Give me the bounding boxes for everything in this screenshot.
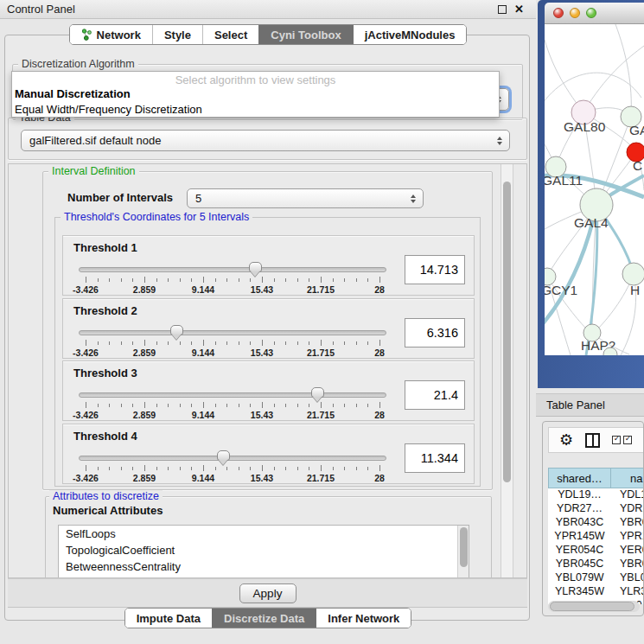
network-edge <box>615 24 631 117</box>
network-node-label: GAL80 <box>564 119 606 134</box>
slider-tick <box>297 467 298 470</box>
slider-tick <box>333 341 334 345</box>
table-horizontal-scrollbar[interactable] <box>548 601 640 612</box>
column-header-name[interactable]: na <box>611 468 644 488</box>
slider-tick <box>215 341 216 345</box>
slider-tick <box>144 277 145 283</box>
slider-tick <box>203 340 204 346</box>
algorithm-option-manual-discretization[interactable]: Manual Discretization <box>12 86 499 102</box>
attributes-group-title: Attributes to discretize <box>49 490 163 502</box>
threshold-slider[interactable]: -3.4262.8599.14415.4321.71528 <box>79 325 386 358</box>
number-of-intervals-label: Number of Intervals <box>67 191 173 204</box>
table-row[interactable]: YBL079WYBL0 <box>548 571 644 585</box>
tab-infer-network[interactable]: Infer Network <box>316 609 411 628</box>
close-panel-icon[interactable]: ✕ <box>514 5 524 14</box>
slider-tick-label: 21.715 <box>307 348 335 358</box>
tab-jactivemnodules[interactable]: jActiveMNodules <box>353 25 467 44</box>
slider-tick <box>121 278 122 282</box>
threshold-value-field[interactable] <box>405 443 465 473</box>
table-horizontal-scrollbar-thumb[interactable] <box>550 602 634 611</box>
thresholds-group-title: Threshold's Coordinates for 5 Intervals <box>61 211 252 223</box>
minimize-traffic-light-icon[interactable] <box>570 8 580 18</box>
slider-tick <box>98 278 99 282</box>
checkbox-icon[interactable] <box>623 436 632 444</box>
threshold-slider[interactable]: -3.4262.8599.14415.4321.71528 <box>79 262 386 295</box>
checkbox-icon[interactable] <box>612 436 621 444</box>
slider-thumb[interactable] <box>217 450 230 461</box>
attributes-list-scrollbar[interactable] <box>457 526 469 578</box>
tab-discretize-data[interactable]: Discretize Data <box>212 609 316 628</box>
control-panel-body: Discretization Algorithm Table Data galF… <box>4 35 530 621</box>
toolbox-tabbar: NetworkStyleSelectCyni ToolboxjActiveMNo… <box>69 24 468 45</box>
tab-label: Infer Network <box>328 612 399 625</box>
slider-thumb[interactable] <box>249 262 262 272</box>
table-row[interactable]: YLR345WYLR3 <box>548 585 644 599</box>
slider-track[interactable] <box>79 392 386 398</box>
table-row[interactable]: YPR145WYPR1 <box>548 530 644 544</box>
slider-tick <box>250 404 251 407</box>
columns-icon[interactable] <box>585 433 600 448</box>
threshold-value-field[interactable] <box>405 380 465 410</box>
network-window-titlebar[interactable] <box>545 3 644 24</box>
tab-select[interactable]: Select <box>202 25 258 44</box>
tab-cyni-toolbox[interactable]: Cyni Toolbox <box>258 25 352 44</box>
slider-track[interactable] <box>79 267 386 272</box>
slider-track[interactable] <box>79 456 386 461</box>
column-header-shared-name[interactable]: shared… <box>548 468 611 488</box>
table-row[interactable]: YER054CYER0 <box>548 544 644 558</box>
node-table-header: shared… na <box>548 468 644 488</box>
table-row[interactable]: YDR27…YDR2 <box>548 502 644 516</box>
cell-name: YDR2 <box>611 502 644 516</box>
network-edge <box>545 73 641 106</box>
slider-tick-label: 21.715 <box>307 473 335 483</box>
table-row[interactable]: YBR045CYBR0 <box>548 558 644 571</box>
network-canvas[interactable]: GAL80GALCGAL11GAL4GCY1HHAP2 <box>545 24 644 355</box>
table-row[interactable]: YDL19…YDL1 <box>548 488 644 502</box>
table-data-combobox-value: galFiltered.sif default node <box>29 134 161 147</box>
threshold-slider[interactable]: -3.4262.8599.14415.4321.71528 <box>79 387 386 420</box>
checkbox-icons[interactable] <box>612 436 632 444</box>
table-data-combobox[interactable]: galFiltered.sif default node <box>21 130 510 151</box>
gear-icon[interactable]: ⚙ <box>559 432 573 448</box>
attribute-list-item[interactable]: SelfLoops <box>59 526 469 542</box>
tab-impute-data[interactable]: Impute Data <box>125 609 212 628</box>
close-traffic-light-icon[interactable] <box>553 8 564 18</box>
slider-tick <box>98 404 99 407</box>
slider-tick-label: 15.43 <box>251 348 273 358</box>
slider-track[interactable] <box>79 330 386 335</box>
slider-tick <box>168 341 169 345</box>
slider-tick <box>226 404 227 407</box>
table-row[interactable]: YBR043CYBR0 <box>548 516 644 530</box>
cell-name: YBL0 <box>611 571 644 585</box>
slider-tick <box>109 404 110 407</box>
slider-tick <box>226 467 227 470</box>
attribute-list-item[interactable]: BetweennessCentrality <box>59 558 469 575</box>
number-of-intervals-combobox[interactable]: 5 <box>187 188 424 208</box>
zoom-traffic-light-icon[interactable] <box>586 8 596 18</box>
algorithm-option-equal-width-frequency[interactable]: Equal Width/Frequency Discretization <box>12 102 499 118</box>
slider-tick-label: -3.426 <box>73 410 99 420</box>
settings-scrollbar-thumb[interactable] <box>503 182 511 482</box>
settings-scrollbar[interactable] <box>501 164 513 577</box>
network-node-label: GAL <box>629 123 644 137</box>
threshold-value-field[interactable] <box>405 255 465 284</box>
tab-style[interactable]: Style <box>152 25 202 44</box>
cell-shared-name: YPR145W <box>548 530 611 544</box>
slider-tick <box>156 278 157 282</box>
network-icon <box>81 29 92 41</box>
attribute-list-item[interactable]: TopologicalCoefficient <box>59 542 469 558</box>
slider-thumb[interactable] <box>170 325 183 335</box>
slider-tick <box>274 404 275 407</box>
slider-tick <box>156 404 157 407</box>
threshold-slider[interactable]: -3.4262.8599.14415.4321.71528 <box>79 450 386 483</box>
slider-tick <box>156 341 157 345</box>
slider-tick <box>250 278 251 282</box>
tab-network[interactable]: Network <box>70 25 152 44</box>
slider-tick <box>379 277 380 283</box>
slider-tick <box>226 341 227 345</box>
slider-thumb[interactable] <box>311 387 324 398</box>
float-panel-icon[interactable] <box>498 5 507 14</box>
slider-tick <box>239 404 239 407</box>
apply-button[interactable]: Apply <box>239 583 296 603</box>
threshold-value-field[interactable] <box>405 318 465 348</box>
